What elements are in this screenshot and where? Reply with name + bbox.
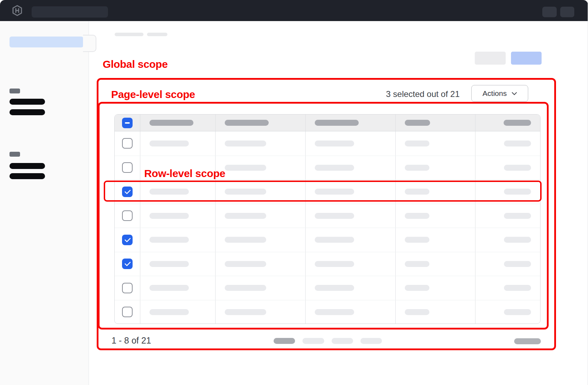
pagination-range-text: 1 - 8 of 21 [111,335,151,346]
row-checkbox[interactable] [122,162,133,173]
table-row [115,276,540,300]
table-row [115,204,540,228]
cell-placeholder [504,213,531,219]
row-checkbox[interactable] [122,235,133,245]
table-row [115,228,540,252]
cell-placeholder [405,237,429,243]
row-checkbox[interactable] [122,283,133,293]
cell-placeholder [315,141,354,146]
sidebar [0,21,89,385]
cell-placeholder [504,237,531,243]
cell-placeholder [225,189,266,195]
cell-placeholder [405,189,429,195]
breadcrumb-item[interactable] [115,33,143,36]
page-pill[interactable] [332,338,353,344]
table-row [115,180,540,204]
cell-placeholder [504,261,531,267]
topbar-account-button[interactable] [560,7,574,17]
actions-dropdown-button[interactable]: Actions [471,85,528,102]
cell-placeholder [149,141,189,146]
column-header-placeholder [504,120,531,126]
sidebar-nav-item[interactable] [9,173,45,179]
table-header-row [115,115,540,131]
cell-placeholder [225,309,266,315]
page-pill[interactable] [274,338,295,344]
chevron-down-icon [512,92,517,95]
global-search-input[interactable] [32,6,108,18]
cell-placeholder [315,261,354,267]
sidebar-item-active[interactable] [9,37,83,47]
cell-placeholder [149,189,189,195]
cell-placeholder [315,237,354,243]
table-row [115,131,540,156]
pagination-next-placeholder[interactable] [514,338,541,344]
cell-placeholder [405,141,429,146]
sidebar-nav-item[interactable] [9,99,45,105]
row-checkbox[interactable] [122,307,133,317]
cell-placeholder [225,165,266,171]
cell-placeholder [315,285,354,291]
secondary-action-button[interactable] [475,52,506,65]
table-row [115,300,540,324]
cell-placeholder [405,285,429,291]
cell-placeholder [504,285,531,291]
cell-placeholder [315,213,354,219]
hashicorp-logo-icon [12,5,23,16]
cell-placeholder [149,261,189,267]
topbar-action-button[interactable] [542,7,557,17]
cell-placeholder [405,309,429,315]
cell-placeholder [504,309,531,315]
data-table [114,114,541,324]
cell-placeholder [149,285,189,291]
row-checkbox[interactable] [122,259,133,269]
cell-placeholder [225,237,266,243]
sidebar-section-label [9,152,20,157]
row-checkbox[interactable] [122,210,133,221]
actions-button-label: Actions [482,89,507,98]
cell-placeholder [149,309,189,315]
row-level-scope-label: Row-level scope [144,168,225,180]
cell-placeholder [504,165,531,171]
cell-placeholder [504,189,531,195]
cell-placeholder [225,141,266,146]
table-row [115,252,540,276]
column-header-placeholder [149,120,193,126]
pagination-pages [274,338,382,344]
cell-placeholder [149,237,189,243]
column-header-placeholder [405,120,430,126]
row-checkbox[interactable] [122,187,133,197]
sidebar-section-label [9,89,20,93]
breadcrumb-item[interactable] [147,33,167,36]
cell-placeholder [315,309,354,315]
cell-placeholder [225,285,266,291]
cell-placeholder [225,261,266,267]
cell-placeholder [504,141,531,146]
cell-placeholder [405,261,429,267]
cell-placeholder [405,213,429,219]
cell-placeholder [405,165,429,171]
page-pill[interactable] [360,338,382,344]
global-scope-label: Global scope [103,58,168,70]
top-navigation-bar [0,0,588,21]
column-header-placeholder [315,120,359,126]
sidebar-collapse-toggle[interactable] [83,35,96,52]
sidebar-nav-item[interactable] [9,109,45,115]
page-level-scope-label: Page-level scope [111,89,195,100]
row-checkbox[interactable] [122,138,133,149]
cell-placeholder [149,213,189,219]
column-header-placeholder [225,120,269,126]
sidebar-nav-item[interactable] [9,163,45,169]
cell-placeholder [225,213,266,219]
cell-placeholder [315,165,354,171]
select-all-checkbox[interactable] [122,118,133,128]
table-body [115,131,540,324]
selection-status-text: 3 selected out of 21 [386,89,460,99]
cell-placeholder [315,189,354,195]
app-window: Global scope Page-level scope Row-level … [0,0,588,385]
page-pill[interactable] [302,338,324,344]
primary-action-button[interactable] [511,52,542,65]
